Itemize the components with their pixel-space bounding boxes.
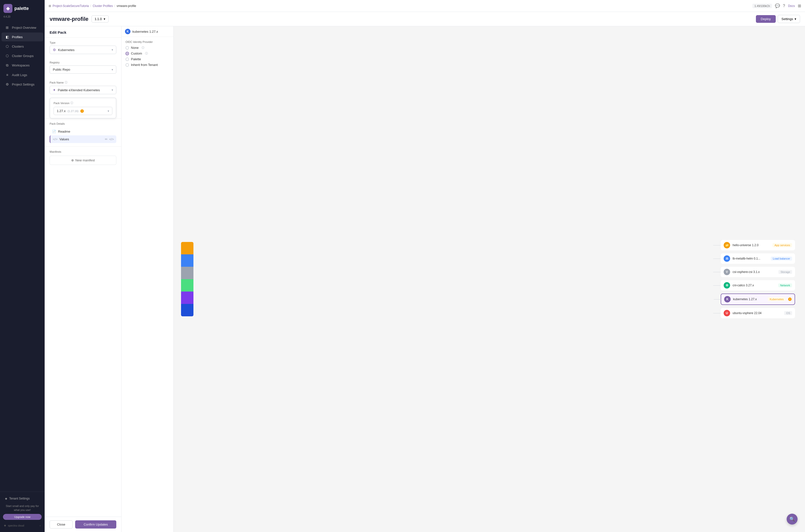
breadcrumb-current: vmware-profile [116, 4, 136, 8]
search-fab[interactable]: 🔍 [787, 514, 798, 525]
breadcrumb-section[interactable]: Cluster Profiles [93, 4, 113, 8]
k8s-icon: K [125, 29, 130, 34]
oidc-option-inherit[interactable]: Inherit from Tenant [126, 63, 169, 67]
pack-version-select[interactable]: 1.27.x (1.27.16) ! ▾ [54, 107, 112, 115]
layer-name-csi-vsphere: csi-vsphere-csi 3.1.x [733, 270, 776, 274]
registry-chevron-icon: ▾ [112, 68, 113, 71]
header-actions: Deploy Settings ▾ [756, 15, 800, 23]
content-area: Edit Pack Type ⚙ Kubernetes ▾ Registry [45, 26, 805, 532]
sidebar-item-label-project-settings: Project Settings [12, 82, 35, 86]
oidc-option-none[interactable]: None ⓘ [126, 46, 169, 50]
type-chevron-icon: ▾ [112, 48, 113, 52]
sidebar-item-label-clusters: Clusters [12, 45, 24, 48]
page-header: vmware-profile 1.1.0 ▾ Deploy Settings ▾ [45, 12, 805, 26]
version-dropdown[interactable]: 1.1.0 ▾ [92, 15, 109, 22]
chat-icon[interactable]: 💬 [775, 3, 780, 8]
type-section: Type ⚙ Kubernetes ▾ [45, 38, 121, 58]
pack-version-sub: (1.27.16) [68, 110, 78, 113]
clusters-icon: ⬡ [5, 44, 10, 48]
oidc-option-custom[interactable]: Custom ⓘ [126, 52, 169, 55]
settings-button[interactable]: Settings ▾ [778, 15, 800, 23]
oidc-option-palette[interactable]: Palette [126, 57, 169, 61]
pack-name-select[interactable]: ✦ Palette eXtended Kubernetes ▾ [50, 86, 116, 94]
pack-name-info-icon: ⓘ [65, 80, 68, 84]
values-code-icon: </> [53, 137, 58, 141]
breadcrumb-project[interactable]: Project-ScaleSecureTutoria [53, 4, 89, 8]
oidc-header: K kubernetes 1.27.x [121, 26, 173, 37]
sidebar-item-cluster-groups[interactable]: ⬡ Cluster Groups [1, 51, 43, 60]
radio-palette [126, 58, 129, 61]
topbar-right: 1.49/100kCh 💬 ? Docs ⊞ [752, 3, 801, 8]
type-select[interactable]: ⚙ Kubernetes ▾ [50, 45, 116, 54]
docs-link[interactable]: Docs [788, 4, 795, 8]
confirm-updates-button[interactable]: Confirm Updates [75, 520, 116, 529]
upgrade-button[interactable]: Upgrade now [3, 514, 42, 520]
oidc-panel: K kubernetes 1.27.x OIDC Identity Provid… [121, 26, 174, 532]
upgrade-box: Start small and only pay for what you us… [3, 502, 42, 522]
collapse-icon[interactable]: ‹ [40, 524, 41, 527]
layer-name-lb-metallb: lb-metallb-helm 0.1... [733, 257, 768, 260]
type-value: Kubernetes [58, 48, 75, 52]
new-manifest-plus-icon: ⊕ [71, 158, 74, 162]
readme-item[interactable]: 📄 Readme [50, 128, 116, 135]
sidebar-item-label-workspaces: Workspaces [12, 63, 30, 67]
audit-logs-icon: ≡ [5, 73, 10, 77]
layer-item-kubernetes[interactable]: Kkubernetes 1.27.xKubernetes! [721, 293, 795, 305]
sidebar-item-project-settings[interactable]: ⚙ Project Settings [1, 80, 43, 89]
layer-connector-lb-metallb [713, 259, 721, 259]
layer-icon-cni-calico: ⚙ [724, 282, 730, 288]
radio-none [126, 46, 129, 50]
layer-type-kubernetes: Kubernetes [768, 297, 786, 301]
layer-item-csi-vsphere[interactable]: Vcsi-vsphere-csi 3.1.xStorage [721, 267, 795, 277]
edit-pack-title: Edit Pack [45, 26, 121, 38]
layer-icon-hello-universe: 📁 [724, 242, 730, 248]
panel-footer: Close Confirm Updates [45, 517, 121, 532]
page-title-row: vmware-profile 1.1.0 ▾ [50, 15, 109, 22]
layer-icon-lb-metallb: ⚖ [724, 255, 730, 262]
layer-warn-kubernetes: ! [788, 298, 792, 301]
tenant-settings-icon: ◈ [5, 497, 7, 500]
registry-select[interactable]: Public Repo ▾ [50, 65, 116, 74]
sidebar-item-profiles[interactable]: ◧ Profiles [1, 33, 43, 41]
oidc-palette-label: Palette [131, 57, 141, 61]
sidebar-bottom: ◈ Tenant Settings Start small and only p… [0, 492, 45, 532]
version-warning-icon: ! [80, 109, 84, 113]
cluster-viz: 📁hello-universe 1.2.0App services⚖lb-met… [174, 26, 805, 532]
new-manifest-button[interactable]: ⊕ New manifest [50, 156, 116, 165]
sidebar-item-project-overview[interactable]: ⊞ Project Overview [1, 23, 43, 32]
cluster-panel: 📁hello-universe 1.2.0App services⚖lb-met… [174, 26, 805, 532]
pack-name-chevron-icon: ▾ [112, 88, 113, 92]
registry-section: Registry Public Repo ▾ [45, 58, 121, 77]
deploy-button[interactable]: Deploy [756, 15, 776, 23]
kubernetes-icon: ⚙ [53, 48, 56, 52]
sidebar-nav: ⊞ Project Overview ◧ Profiles ⬡ Clusters… [0, 21, 45, 492]
tenant-settings[interactable]: ◈ Tenant Settings [3, 495, 42, 502]
sidebar-item-label-audit-logs: Audit Logs [12, 73, 27, 77]
values-item[interactable]: </> Values ✏ </> [50, 135, 116, 143]
readme-label: Readme [58, 130, 70, 133]
code-icon[interactable]: </> [109, 137, 114, 141]
oidc-radio-group: None ⓘ Custom ⓘ Palette Inherit from Ten… [126, 46, 169, 67]
upgrade-text: Start small and only pay for what you us… [3, 504, 42, 512]
layer-item-cni-calico[interactable]: ⚙cni-calico 3.27.xNetwork [721, 280, 795, 290]
grid-icon[interactable]: ⊞ [798, 3, 801, 8]
new-manifest-label: New manifest [75, 158, 95, 162]
sidebar-item-workspaces[interactable]: ⧉ Workspaces [1, 61, 43, 70]
main-content: ⊞ Project-ScaleSecureTutoria / Cluster P… [45, 0, 805, 532]
logo-icon: ◈ [3, 4, 13, 13]
layer-item-ubuntu-vsphere[interactable]: Uubuntu-vsphere 22.04OS [721, 308, 795, 318]
version-chevron: ▾ [104, 17, 106, 21]
version-chevron-icon: ▾ [108, 109, 109, 113]
logo-text: palette [14, 6, 29, 11]
layer-item-lb-metallb[interactable]: ⚖lb-metallb-helm 0.1...Load balancer [721, 253, 795, 264]
pack-details-section: Pack Details 📄 Readme </> Values ✏ </> [45, 118, 121, 147]
sidebar-item-audit-logs[interactable]: ≡ Audit Logs [1, 71, 43, 79]
radio-inherit [126, 63, 129, 67]
layer-item-hello-universe[interactable]: 📁hello-universe 1.2.0App services [721, 240, 795, 250]
help-icon[interactable]: ? [783, 4, 785, 8]
settings-label: Settings [782, 17, 793, 21]
close-button[interactable]: Close [50, 520, 73, 529]
k8s-title: kubernetes 1.27.x [132, 30, 158, 34]
sidebar-item-clusters[interactable]: ⬡ Clusters [1, 42, 43, 51]
edit-icon[interactable]: ✏ [105, 137, 108, 141]
